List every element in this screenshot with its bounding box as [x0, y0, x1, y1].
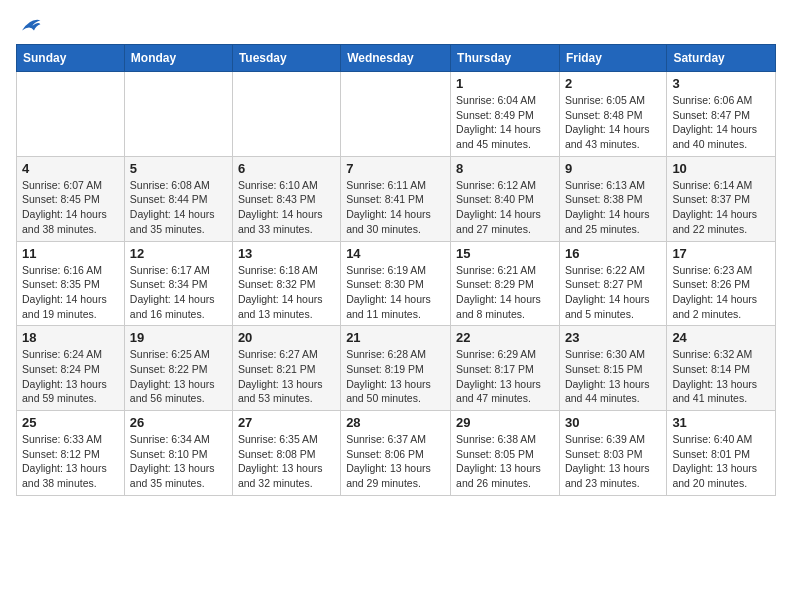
- header-day-sunday: Sunday: [17, 45, 125, 72]
- day-info: Sunrise: 6:30 AM Sunset: 8:15 PM Dayligh…: [565, 347, 661, 406]
- day-info: Sunrise: 6:16 AM Sunset: 8:35 PM Dayligh…: [22, 263, 119, 322]
- day-number: 4: [22, 161, 119, 176]
- calendar-cell: [124, 72, 232, 157]
- week-row-4: 18Sunrise: 6:24 AM Sunset: 8:24 PM Dayli…: [17, 326, 776, 411]
- day-number: 29: [456, 415, 554, 430]
- calendar-cell: 4Sunrise: 6:07 AM Sunset: 8:45 PM Daylig…: [17, 156, 125, 241]
- calendar-cell: 12Sunrise: 6:17 AM Sunset: 8:34 PM Dayli…: [124, 241, 232, 326]
- day-number: 26: [130, 415, 227, 430]
- day-number: 20: [238, 330, 335, 345]
- day-info: Sunrise: 6:07 AM Sunset: 8:45 PM Dayligh…: [22, 178, 119, 237]
- calendar-cell: 18Sunrise: 6:24 AM Sunset: 8:24 PM Dayli…: [17, 326, 125, 411]
- day-info: Sunrise: 6:28 AM Sunset: 8:19 PM Dayligh…: [346, 347, 445, 406]
- calendar-cell: 23Sunrise: 6:30 AM Sunset: 8:15 PM Dayli…: [559, 326, 666, 411]
- calendar-cell: 17Sunrise: 6:23 AM Sunset: 8:26 PM Dayli…: [667, 241, 776, 326]
- week-row-2: 4Sunrise: 6:07 AM Sunset: 8:45 PM Daylig…: [17, 156, 776, 241]
- day-info: Sunrise: 6:14 AM Sunset: 8:37 PM Dayligh…: [672, 178, 770, 237]
- calendar-cell: 3Sunrise: 6:06 AM Sunset: 8:47 PM Daylig…: [667, 72, 776, 157]
- day-info: Sunrise: 6:05 AM Sunset: 8:48 PM Dayligh…: [565, 93, 661, 152]
- day-info: Sunrise: 6:12 AM Sunset: 8:40 PM Dayligh…: [456, 178, 554, 237]
- day-number: 5: [130, 161, 227, 176]
- day-number: 24: [672, 330, 770, 345]
- calendar-cell: 30Sunrise: 6:39 AM Sunset: 8:03 PM Dayli…: [559, 411, 666, 496]
- day-info: Sunrise: 6:19 AM Sunset: 8:30 PM Dayligh…: [346, 263, 445, 322]
- calendar-cell: 1Sunrise: 6:04 AM Sunset: 8:49 PM Daylig…: [451, 72, 560, 157]
- day-info: Sunrise: 6:37 AM Sunset: 8:06 PM Dayligh…: [346, 432, 445, 491]
- day-number: 22: [456, 330, 554, 345]
- day-number: 1: [456, 76, 554, 91]
- header-day-tuesday: Tuesday: [232, 45, 340, 72]
- calendar-cell: 13Sunrise: 6:18 AM Sunset: 8:32 PM Dayli…: [232, 241, 340, 326]
- day-number: 19: [130, 330, 227, 345]
- header-day-wednesday: Wednesday: [341, 45, 451, 72]
- day-number: 11: [22, 246, 119, 261]
- calendar-cell: [17, 72, 125, 157]
- day-number: 16: [565, 246, 661, 261]
- calendar-cell: 29Sunrise: 6:38 AM Sunset: 8:05 PM Dayli…: [451, 411, 560, 496]
- header-row: SundayMondayTuesdayWednesdayThursdayFrid…: [17, 45, 776, 72]
- day-info: Sunrise: 6:33 AM Sunset: 8:12 PM Dayligh…: [22, 432, 119, 491]
- calendar-cell: 8Sunrise: 6:12 AM Sunset: 8:40 PM Daylig…: [451, 156, 560, 241]
- day-number: 30: [565, 415, 661, 430]
- calendar-cell: 26Sunrise: 6:34 AM Sunset: 8:10 PM Dayli…: [124, 411, 232, 496]
- day-number: 13: [238, 246, 335, 261]
- calendar-cell: [341, 72, 451, 157]
- calendar-cell: 27Sunrise: 6:35 AM Sunset: 8:08 PM Dayli…: [232, 411, 340, 496]
- day-info: Sunrise: 6:18 AM Sunset: 8:32 PM Dayligh…: [238, 263, 335, 322]
- day-info: Sunrise: 6:39 AM Sunset: 8:03 PM Dayligh…: [565, 432, 661, 491]
- calendar-cell: 7Sunrise: 6:11 AM Sunset: 8:41 PM Daylig…: [341, 156, 451, 241]
- calendar-body: 1Sunrise: 6:04 AM Sunset: 8:49 PM Daylig…: [17, 72, 776, 496]
- calendar-cell: 15Sunrise: 6:21 AM Sunset: 8:29 PM Dayli…: [451, 241, 560, 326]
- day-info: Sunrise: 6:34 AM Sunset: 8:10 PM Dayligh…: [130, 432, 227, 491]
- calendar-cell: [232, 72, 340, 157]
- day-info: Sunrise: 6:10 AM Sunset: 8:43 PM Dayligh…: [238, 178, 335, 237]
- day-number: 18: [22, 330, 119, 345]
- calendar-cell: 19Sunrise: 6:25 AM Sunset: 8:22 PM Dayli…: [124, 326, 232, 411]
- day-info: Sunrise: 6:40 AM Sunset: 8:01 PM Dayligh…: [672, 432, 770, 491]
- day-info: Sunrise: 6:11 AM Sunset: 8:41 PM Dayligh…: [346, 178, 445, 237]
- calendar-header: SundayMondayTuesdayWednesdayThursdayFrid…: [17, 45, 776, 72]
- day-info: Sunrise: 6:08 AM Sunset: 8:44 PM Dayligh…: [130, 178, 227, 237]
- calendar-cell: 10Sunrise: 6:14 AM Sunset: 8:37 PM Dayli…: [667, 156, 776, 241]
- day-number: 27: [238, 415, 335, 430]
- calendar-cell: 31Sunrise: 6:40 AM Sunset: 8:01 PM Dayli…: [667, 411, 776, 496]
- calendar-table: SundayMondayTuesdayWednesdayThursdayFrid…: [16, 44, 776, 496]
- calendar-cell: 14Sunrise: 6:19 AM Sunset: 8:30 PM Dayli…: [341, 241, 451, 326]
- day-info: Sunrise: 6:23 AM Sunset: 8:26 PM Dayligh…: [672, 263, 770, 322]
- day-info: Sunrise: 6:38 AM Sunset: 8:05 PM Dayligh…: [456, 432, 554, 491]
- day-number: 7: [346, 161, 445, 176]
- logo: [16, 16, 42, 34]
- day-number: 6: [238, 161, 335, 176]
- header-day-friday: Friday: [559, 45, 666, 72]
- day-number: 12: [130, 246, 227, 261]
- header-day-monday: Monday: [124, 45, 232, 72]
- calendar-cell: 22Sunrise: 6:29 AM Sunset: 8:17 PM Dayli…: [451, 326, 560, 411]
- calendar-cell: 6Sunrise: 6:10 AM Sunset: 8:43 PM Daylig…: [232, 156, 340, 241]
- logo-bird-icon: [18, 16, 42, 34]
- day-number: 28: [346, 415, 445, 430]
- calendar-cell: 2Sunrise: 6:05 AM Sunset: 8:48 PM Daylig…: [559, 72, 666, 157]
- day-info: Sunrise: 6:04 AM Sunset: 8:49 PM Dayligh…: [456, 93, 554, 152]
- header-day-saturday: Saturday: [667, 45, 776, 72]
- day-number: 2: [565, 76, 661, 91]
- week-row-3: 11Sunrise: 6:16 AM Sunset: 8:35 PM Dayli…: [17, 241, 776, 326]
- day-info: Sunrise: 6:17 AM Sunset: 8:34 PM Dayligh…: [130, 263, 227, 322]
- day-info: Sunrise: 6:24 AM Sunset: 8:24 PM Dayligh…: [22, 347, 119, 406]
- day-number: 14: [346, 246, 445, 261]
- calendar-cell: 25Sunrise: 6:33 AM Sunset: 8:12 PM Dayli…: [17, 411, 125, 496]
- day-number: 8: [456, 161, 554, 176]
- day-info: Sunrise: 6:06 AM Sunset: 8:47 PM Dayligh…: [672, 93, 770, 152]
- week-row-1: 1Sunrise: 6:04 AM Sunset: 8:49 PM Daylig…: [17, 72, 776, 157]
- day-info: Sunrise: 6:21 AM Sunset: 8:29 PM Dayligh…: [456, 263, 554, 322]
- day-number: 10: [672, 161, 770, 176]
- day-number: 17: [672, 246, 770, 261]
- week-row-5: 25Sunrise: 6:33 AM Sunset: 8:12 PM Dayli…: [17, 411, 776, 496]
- day-number: 31: [672, 415, 770, 430]
- page-header: [16, 16, 776, 34]
- calendar-cell: 5Sunrise: 6:08 AM Sunset: 8:44 PM Daylig…: [124, 156, 232, 241]
- day-info: Sunrise: 6:32 AM Sunset: 8:14 PM Dayligh…: [672, 347, 770, 406]
- day-number: 23: [565, 330, 661, 345]
- day-number: 25: [22, 415, 119, 430]
- day-info: Sunrise: 6:25 AM Sunset: 8:22 PM Dayligh…: [130, 347, 227, 406]
- day-info: Sunrise: 6:13 AM Sunset: 8:38 PM Dayligh…: [565, 178, 661, 237]
